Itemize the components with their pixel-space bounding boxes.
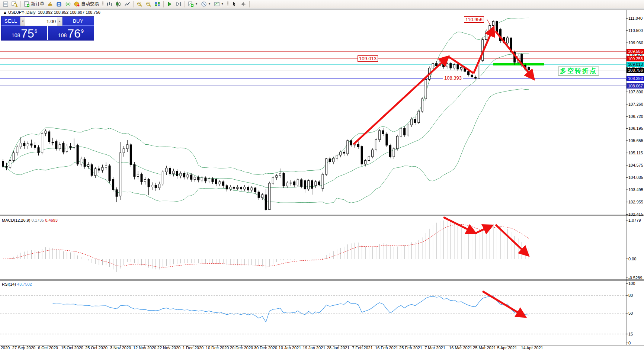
volume-down-button[interactable]: ▼ <box>20 17 25 26</box>
candles-layer <box>2 20 530 211</box>
price-tick-label: 104.035 <box>628 175 643 180</box>
collapse-icon[interactable]: ▲ <box>3 10 7 15</box>
support-price-label[interactable]: 109.013 <box>358 55 378 62</box>
macd-axis-label: 0.00 <box>628 257 636 261</box>
chart-window-button[interactable] <box>1 0 10 8</box>
sell-price[interactable]: 108 75 6 <box>1 26 48 40</box>
time-tick-label: 1 Dec 2020 <box>183 346 204 350</box>
shift-icon <box>176 1 182 7</box>
price-marker-109.585: 109.585 <box>627 49 644 54</box>
auto-scroll-button[interactable] <box>165 0 174 8</box>
macd-label: MACD(12,26,9) 0.1735 0.4693 <box>2 218 58 222</box>
zoom-out-button[interactable] <box>144 0 153 8</box>
ohlc-close: 108.756 <box>86 10 100 15</box>
price-tick-label: 106.720 <box>628 114 643 119</box>
zoom-in-button[interactable] <box>135 0 144 8</box>
indicators-button[interactable]: ▼ <box>186 0 199 8</box>
price-tick-label: 103.495 <box>628 187 643 192</box>
price-marker-109.258: 109.258 <box>627 56 644 61</box>
chart-line-button[interactable] <box>123 0 132 8</box>
macd-axis-label: 1.0779 <box>628 218 641 222</box>
time-tick-label: 19 Jan 2021 <box>303 346 326 350</box>
zoomout-icon <box>145 1 151 7</box>
price-tick-label: 102.415 <box>628 212 643 216</box>
volume-input[interactable] <box>25 17 57 26</box>
toolbar-separator <box>133 1 134 7</box>
price-tick-label: 102.955 <box>628 200 643 204</box>
template-icon <box>214 1 220 7</box>
toolbar-group <box>105 0 132 8</box>
time-tick-label: 10 Dec 2020 <box>206 346 229 350</box>
new-order-button[interactable]: 新订单 <box>22 0 46 8</box>
rsi-axis-label: 100 <box>628 281 635 286</box>
toolbar-group: ▼▼▼ <box>186 0 226 8</box>
bull-bear-turning-point-label[interactable]: 多空转折点 <box>558 67 599 76</box>
time-tick-label: 16 Feb 2021 <box>375 346 398 350</box>
time-tick-label: 12 Nov 2020 <box>133 346 156 350</box>
time-tick-label: 7 Sep 2020 <box>0 346 10 350</box>
swinglow-price-label[interactable]: 108.393 <box>443 75 463 81</box>
time-tick-label: 25 Mar 2021 <box>473 346 496 350</box>
price-tick-label: 107.800 <box>628 90 643 94</box>
new-order-label: 新订单 <box>31 1 44 7</box>
zoomin-icon <box>137 1 142 7</box>
time-tick-label: 7 Mar 2021 <box>424 346 445 350</box>
gold-chart-button[interactable] <box>46 0 55 8</box>
toolbar-group <box>1 0 19 8</box>
templates-button[interactable]: ▼ <box>212 0 225 8</box>
macd-trend-arrows[interactable] <box>443 217 528 256</box>
macd-pane <box>3 220 529 272</box>
market-depth-button[interactable] <box>55 0 64 8</box>
volume-stepper: ▼ ▲ <box>20 17 63 26</box>
time-tick-label: 14 Apr 2021 <box>521 346 543 350</box>
preview-button[interactable] <box>10 0 19 8</box>
toolbar-separator <box>185 1 185 7</box>
cursor-icon <box>231 1 237 7</box>
sell-button[interactable]: SELL <box>1 17 20 26</box>
tile-windows-button[interactable] <box>153 0 162 8</box>
price-tick-label: 105.655 <box>628 138 643 143</box>
signals-button[interactable] <box>64 0 73 8</box>
symbol-title: ▲ USDJPY-,Daily 108.892 108.952 108.607 … <box>3 10 100 15</box>
peak-price-label[interactable]: 110.956 <box>464 16 484 23</box>
buy-price[interactable]: 108 76 9 <box>48 26 94 40</box>
time-tick-label: 15 Oct 2020 <box>61 346 83 350</box>
rsi-axis-label: 15 <box>628 332 633 336</box>
price-tick-label: 111.040 <box>628 16 643 20</box>
volume-up-button[interactable]: ▲ <box>57 17 62 26</box>
time-tick-label: 7 Feb 2021 <box>352 346 373 350</box>
toolbar-separator <box>249 1 250 7</box>
horizontal-lines[interactable] <box>0 51 626 86</box>
sell-price-pip: 6 <box>35 28 37 34</box>
sell-price-big: 75 <box>21 28 34 39</box>
buy-button[interactable]: BUY <box>63 17 94 26</box>
toolbar-grip[interactable] <box>102 1 103 7</box>
green-support-bar[interactable] <box>493 63 544 65</box>
chart-shift-button[interactable] <box>174 0 183 8</box>
indicators-icon <box>188 1 194 7</box>
green-bar-layer[interactable] <box>493 63 544 65</box>
rsi-label: RSI(14) 43.7502 <box>2 282 32 286</box>
toolbar-group <box>230 0 248 8</box>
toolbar-grip[interactable] <box>227 1 228 7</box>
axis-ticks <box>0 18 628 347</box>
chart-canvas[interactable] <box>0 0 644 350</box>
peak-label-connector <box>487 19 490 25</box>
chart-bars-button[interactable] <box>105 0 114 8</box>
ohlc-low: 108.607 <box>70 10 84 15</box>
time-tick-label: 20 Dec 2020 <box>230 346 253 350</box>
chevron-down-icon: ▼ <box>208 2 211 6</box>
bollinger-bands <box>3 18 529 203</box>
cursor-button[interactable] <box>230 0 239 8</box>
periods-button[interactable]: ▼ <box>199 0 212 8</box>
symbol-name: USDJPY-,Daily <box>8 10 36 15</box>
auto-trading-button[interactable]: 自动交易 <box>73 0 100 8</box>
crosshair-button[interactable] <box>239 0 248 8</box>
price-tick-label: 105.115 <box>628 151 643 155</box>
chart-candles-button[interactable] <box>114 0 123 8</box>
neworder-icon <box>24 1 30 7</box>
buy-price-prefix: 108 <box>58 32 67 38</box>
rsi-axis-label: 80 <box>628 293 633 298</box>
price-tick-label: 106.195 <box>628 126 643 131</box>
time-tick-label: 10 Jan 2021 <box>279 346 301 350</box>
